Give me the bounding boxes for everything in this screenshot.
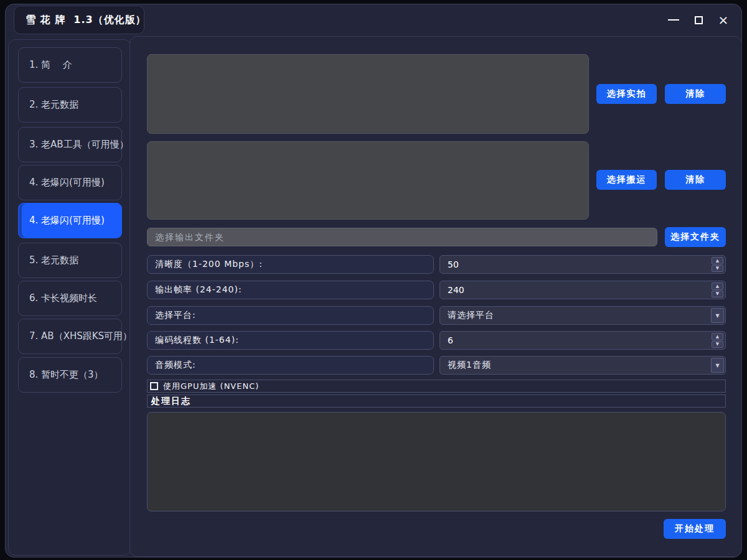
spin-up-icon[interactable]: ▲ [712,333,723,340]
sidebar-item-ab-xhs-ks[interactable]: 7. AB（XHS跟KS可用） [18,319,122,354]
spin-up-icon[interactable]: ▲ [712,257,723,264]
window-controls: × [665,12,731,28]
label-text: 清晰度（1-200 Mbps）: [155,259,263,270]
sidebar-item-intro[interactable]: 1. 简 介 [18,47,122,83]
app-title-box: 雪 花 牌 1.3（优化版） [14,6,144,34]
gpu-accel-label: 使用GPU加速 (NVENC) [163,381,259,392]
clear-real-shot-button[interactable]: 清除 [665,84,726,104]
label-text: 音频模式: [155,360,196,371]
sidebar-item-label: 1. 简 介 [29,59,72,71]
sidebar: 1. 简 介 2. 老元数据 3. 老AB工具（可用慢） 4. 老爆闪(可用慢)… [8,39,131,556]
audio-mode-select[interactable]: 视频1音频 ▼ [439,356,726,375]
spin-down-icon[interactable]: ▼ [712,291,723,298]
threads-label: 编码线程数 (1-64): [147,331,434,350]
label-text: 编码线程数 (1-64): [155,335,239,346]
sidebar-item-label: 8. 暂时不更（3） [29,369,103,381]
dropdown-arrow-icon[interactable]: ▼ [711,308,724,323]
sidebar-item-label: 4. 老爆闪(可用慢) [29,177,105,189]
transfer-file-list[interactable] [147,141,589,220]
bitrate-spinner: ▲ ▼ [439,255,726,274]
close-icon: × [718,14,729,26]
audio-mode-select-value: 视频1音频 [448,357,491,374]
threads-spinner: ▲ ▼ [439,331,726,350]
real-shot-file-list[interactable] [147,54,589,134]
sidebar-item-label: 6. 卡长视频时长 [29,292,97,304]
main-panel: 选择实拍 清除 选择搬运 清除 选择文件夹 清晰度（1-200 Mbps）: ▲… [129,36,742,557]
select-real-shot-button[interactable]: 选择实拍 [596,84,657,104]
maximize-button[interactable] [690,12,707,28]
sidebar-item-label: 3. 老AB工具（可用慢） [29,139,129,151]
spin-up-icon[interactable]: ▲ [712,282,723,290]
sidebar-item-label: 4. 老爆闪(可用慢) [29,215,105,226]
clear-transfer-button[interactable]: 清除 [665,170,726,190]
sidebar-item-flash-1[interactable]: 4. 老爆闪(可用慢) [18,165,122,200]
screen: 雪 花 牌 1.3（优化版） × 1. 简 介 2. 老元数据 3. 老AB工具… [0,0,747,560]
label-text: 选择平台: [155,310,196,321]
app-title: 雪 花 牌 1.3（优化版） [26,14,146,27]
platform-label: 选择平台: [147,306,434,325]
sidebar-item-label: 5. 老元数据 [29,254,78,266]
gpu-accel-row: 使用GPU加速 (NVENC) [147,380,726,393]
gpu-accel-checkbox[interactable] [150,382,158,390]
minimize-icon [668,19,679,21]
audio-mode-label: 音频模式: [147,356,434,375]
platform-select-value: 请选择平台 [448,307,494,324]
spinner-buttons: ▲ ▼ [712,257,723,272]
spin-down-icon[interactable]: ▼ [712,341,723,348]
sidebar-item-flash-2-active[interactable]: 4. 老爆闪(可用慢) [18,203,122,238]
sidebar-item-no-update[interactable]: 8. 暂时不更（3） [18,357,122,393]
maximize-icon [695,16,703,24]
log-label-row: 处理日志 [147,394,726,408]
spin-down-icon[interactable]: ▼ [712,265,723,273]
bitrate-label: 清晰度（1-200 Mbps）: [147,255,434,274]
framerate-label: 输出帧率 (24-240): [147,281,434,299]
framerate-spinner: ▲ ▼ [439,281,726,299]
select-transfer-button[interactable]: 选择搬运 [596,170,657,190]
platform-select[interactable]: 请选择平台 ▼ [439,306,726,325]
start-processing-button[interactable]: 开始处理 [664,519,726,539]
log-output[interactable] [147,412,726,511]
sidebar-item-label: 2. 老元数据 [29,99,78,111]
app-window: 雪 花 牌 1.3（优化版） × 1. 简 介 2. 老元数据 3. 老AB工具… [5,4,742,558]
sidebar-item-ab-tool[interactable]: 3. 老AB工具（可用慢） [18,127,122,162]
label-text: 输出帧率 (24-240): [155,284,242,296]
dropdown-arrow-icon[interactable]: ▼ [711,358,724,373]
sidebar-item-metadata-2[interactable]: 5. 老元数据 [18,243,122,278]
bitrate-input[interactable] [440,256,725,273]
minimize-button[interactable] [665,12,682,28]
select-folder-button[interactable]: 选择文件夹 [665,227,726,247]
sidebar-item-metadata[interactable]: 2. 老元数据 [18,87,122,123]
spinner-buttons: ▲ ▼ [712,333,723,348]
sidebar-item-duration[interactable]: 6. 卡长视频时长 [18,281,122,316]
output-folder-input[interactable] [147,228,657,246]
threads-input[interactable] [440,332,725,349]
sidebar-item-label: 7. AB（XHS跟KS可用） [29,330,132,342]
close-button[interactable]: × [715,12,731,28]
framerate-input[interactable] [440,281,725,299]
log-label: 处理日志 [151,396,191,407]
spinner-buttons: ▲ ▼ [712,282,723,297]
